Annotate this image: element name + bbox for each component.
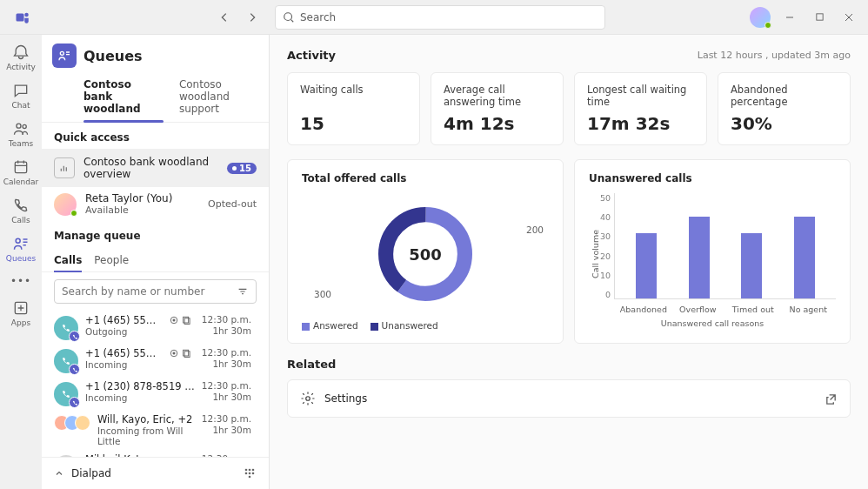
window-maximize-button[interactable] <box>807 5 831 30</box>
related-settings[interactable]: Settings <box>287 379 851 418</box>
queues-panel: Queues Contoso bank woodland Contoso woo… <box>42 35 270 489</box>
svg-point-22 <box>245 469 247 471</box>
search-placeholder: Search <box>300 11 336 23</box>
donut-center-value: 500 <box>409 245 442 264</box>
call-meta-icons <box>169 314 191 326</box>
call-list: +1 (465) 551-4615 (External)Outgoing12:3… <box>42 311 269 457</box>
call-time: 12:30 p.m.1hr 30m <box>202 413 251 436</box>
rail-queues[interactable]: Queues <box>2 231 40 266</box>
kpi-row: Waiting calls15 Average call answering t… <box>287 72 851 145</box>
gear-icon <box>300 391 316 406</box>
search-icon <box>283 11 295 23</box>
svg-rect-13 <box>184 318 190 325</box>
svg-point-5 <box>23 124 26 128</box>
call-search-input[interactable] <box>54 279 257 304</box>
call-name: Will, Kayo, Eric, +2 <box>97 413 195 425</box>
presence-available-icon <box>70 210 77 217</box>
svg-point-1 <box>24 12 29 17</box>
svg-rect-3 <box>816 14 822 20</box>
global-search[interactable]: Search <box>275 5 605 30</box>
tab-contoso-woodland-support[interactable]: Contoso woodland support <box>179 71 258 122</box>
dialpad-icon <box>243 466 257 480</box>
queues-app-icon <box>52 44 77 68</box>
bar <box>794 217 815 298</box>
svg-rect-17 <box>184 352 190 358</box>
count-badge: 15 <box>227 163 257 174</box>
teams-logo <box>12 7 33 28</box>
bar-chart: Call volume 50403020100 AbandonedOverflo… <box>589 193 836 315</box>
chart-icon <box>54 157 75 178</box>
rail-teams[interactable]: Teams <box>2 117 40 151</box>
svg-point-31 <box>306 397 310 401</box>
svg-point-11 <box>173 319 175 321</box>
call-type-icon <box>54 349 78 373</box>
related-heading: Related <box>287 358 851 371</box>
svg-point-7 <box>16 238 20 243</box>
call-type-icon <box>54 382 78 406</box>
svg-rect-12 <box>183 317 188 323</box>
dialpad-toggle[interactable]: Dialpad <box>42 457 269 489</box>
svg-rect-16 <box>183 350 188 356</box>
bar-xlabels: AbandonedOverflowTimed outNo agent <box>615 305 836 314</box>
titlebar: Search <box>0 0 868 35</box>
svg-point-23 <box>249 469 250 471</box>
donut-legend: Answered Unanswered <box>302 320 549 331</box>
call-time: 12:30 p.m.1hr 30m <box>202 347 251 370</box>
kpi-waiting-calls: Waiting calls15 <box>287 72 420 145</box>
call-item[interactable]: +1 (465) 551-4615 (External)Outgoing12:3… <box>42 311 264 344</box>
donut-card: Total offered calls 500 200 300 Answered… <box>287 159 564 344</box>
svg-point-2 <box>284 12 292 20</box>
rail-chat[interactable]: Chat <box>2 78 40 113</box>
window-minimize-button[interactable] <box>778 5 802 30</box>
rail-more[interactable]: ••• <box>5 270 37 292</box>
call-time: 12:30 p.m.1hr 30m <box>202 314 251 337</box>
nav-forward-button[interactable] <box>240 5 264 30</box>
call-item[interactable]: +1 (230) 878-8519 (External)Incoming12:3… <box>42 377 264 410</box>
svg-point-27 <box>252 472 254 474</box>
svg-point-24 <box>252 469 254 471</box>
bar <box>636 233 657 298</box>
call-name: +1 (465) 551-4615 (External) <box>85 314 162 326</box>
rail-activity[interactable]: Activity <box>2 40 40 75</box>
agent-self-item[interactable]: Reta Taylor (You) Available Opted-out <box>42 187 269 221</box>
svg-point-9 <box>60 51 63 55</box>
call-name: +1 (230) 878-8519 (External) <box>85 380 195 392</box>
kpi-longest-wait: Longest call waiting time17m 32s <box>574 72 707 145</box>
call-search-field[interactable] <box>62 285 231 298</box>
app-rail: Activity Chat Teams Calendar Calls Queue… <box>0 35 42 489</box>
group-avatars <box>54 415 90 431</box>
agent-name: Reta Taylor (You) <box>85 192 172 204</box>
kpi-avg-answering: Average call answering time4m 12s <box>431 72 564 145</box>
overview-item[interactable]: Contoso bank woodland overview 15 <box>42 149 269 187</box>
filter-icon[interactable] <box>237 285 249 298</box>
subtab-people[interactable]: People <box>94 249 129 271</box>
call-item[interactable]: Mikhail KotovOutgoing12:30 p.m.1hr 30m <box>42 450 264 457</box>
manage-queue-label: Manage queue <box>42 221 269 247</box>
rail-calendar[interactable]: Calendar <box>2 155 40 190</box>
activity-heading: Activity <box>287 49 336 62</box>
svg-point-4 <box>17 124 21 128</box>
agent-status: Available <box>85 204 172 216</box>
call-sub: Outgoing <box>85 326 162 337</box>
call-item[interactable]: Will, Kayo, Eric, +2Incoming from Will L… <box>42 410 264 450</box>
call-item[interactable]: +1 (465) 551-4615 (External)Incoming12:3… <box>42 344 264 377</box>
bar-plot: AbandonedOverflowTimed outNo agent <box>614 193 836 299</box>
call-type-icon <box>54 316 78 340</box>
presence-available-icon <box>765 22 771 29</box>
svg-point-28 <box>249 476 250 478</box>
tab-contoso-bank-woodland[interactable]: Contoso bank woodland <box>83 71 164 122</box>
bar-card: Unanswered calls Call volume 50403020100… <box>574 159 851 344</box>
bar <box>689 217 710 298</box>
user-avatar[interactable] <box>750 7 771 28</box>
donut-label-1: 200 <box>526 224 544 235</box>
rail-calls[interactable]: Calls <box>2 193 40 228</box>
queue-tabs: Contoso bank woodland Contoso woodland s… <box>42 71 269 123</box>
call-sub: Incoming <box>85 359 162 370</box>
subtab-calls[interactable]: Calls <box>54 249 82 271</box>
chevron-up-icon <box>54 468 64 479</box>
donut-label-2: 300 <box>314 289 331 299</box>
rail-apps[interactable]: Apps <box>2 296 40 331</box>
nav-back-button[interactable] <box>212 5 237 30</box>
window-close-button[interactable] <box>837 5 861 30</box>
call-meta-icons <box>169 347 191 359</box>
